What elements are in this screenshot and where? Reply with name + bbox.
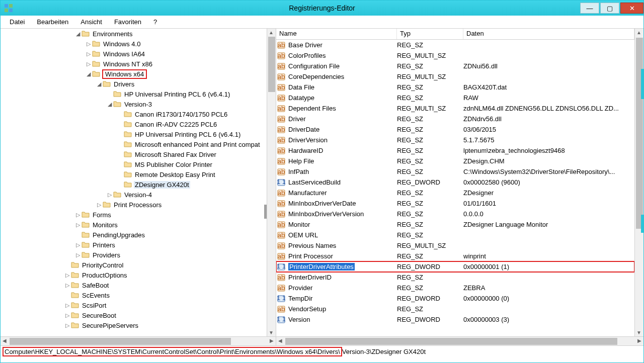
maximize-button[interactable]: ▢ — [600, 3, 619, 14]
expand-icon[interactable]: ▷ — [74, 252, 82, 258]
list-row[interactable]: abOEM URLREG_SZ — [276, 230, 634, 240]
list-row[interactable]: abConfiguration FileREG_SZZDNui56.dll — [276, 61, 634, 71]
expand-icon[interactable]: ▷ — [85, 51, 92, 57]
values-list[interactable]: Name Typ Daten abBase DriverREG_SZabColo… — [276, 29, 634, 336]
expand-icon[interactable]: ▷ — [64, 302, 71, 309]
tree-node-label[interactable]: Drivers — [113, 80, 135, 88]
list-row[interactable]: abDriverVersionREG_SZ5.1.7.5675 — [276, 135, 634, 145]
tree-node[interactable]: ▷Windows IA64 — [1, 49, 267, 59]
list-row[interactable]: abInfPathREG_SZC:\Windows\System32\Drive… — [276, 166, 634, 177]
menu-file[interactable]: Datei — [5, 17, 30, 27]
minimize-button[interactable]: — — [580, 3, 599, 14]
tree-node[interactable]: ▷Windows NT x86 — [1, 59, 267, 69]
menu-view[interactable]: Ansicht — [75, 17, 107, 27]
list-row[interactable]: abPrint ProcessorREG_SZwinprint — [276, 251, 634, 261]
list-row[interactable]: abDatatypeREG_SZRAW — [276, 93, 634, 103]
list-row[interactable]: abHardwareIDREG_SZlptenum\zebra_technolo… — [276, 145, 634, 156]
tree-node-label[interactable]: HP Universal Printing PCL 6 (v6.4.1) — [123, 90, 231, 98]
tree-node[interactable]: PriorityControl — [1, 260, 267, 270]
scrollbar-thumb[interactable] — [636, 38, 643, 229]
tree-node[interactable]: ◢Environments — [1, 29, 267, 39]
tree-node[interactable]: ▷Forms — [1, 210, 267, 220]
list-row[interactable]: 011 110TempDirREG_DWORD0x00000000 (0) — [276, 293, 634, 304]
list-row[interactable]: abMinInboxDriverVerDateREG_SZ01/01/1601 — [276, 198, 634, 209]
list-row[interactable]: abProviderREG_SZZEBRA — [276, 283, 634, 293]
scroll-left-icon[interactable]: ◀ — [3, 338, 7, 343]
expand-icon[interactable]: ◢ — [74, 31, 82, 37]
tree-node[interactable]: ◢Drivers — [1, 79, 267, 89]
expand-icon[interactable]: ▷ — [106, 192, 113, 198]
list-row[interactable]: abCoreDependenciesREG_MULTI_SZ — [276, 71, 634, 82]
scroll-left-icon[interactable]: ◀ — [278, 338, 282, 343]
tree-node[interactable]: ▷Monitors — [1, 220, 267, 230]
tree-node[interactable]: MS Publisher Color Printer — [1, 159, 267, 169]
tree-node[interactable]: Microsoft enhanced Point and Print compa… — [1, 139, 267, 149]
expand-icon[interactable]: ▷ — [96, 202, 103, 208]
tree-node-label[interactable]: Printers — [92, 241, 116, 249]
list-horizontal-scrollbar[interactable]: ◀ ▶ — [276, 336, 643, 345]
tree-node-label[interactable]: Canon iR1730/1740/1750 PCL6 — [134, 111, 228, 118]
column-data[interactable]: Daten — [463, 29, 634, 39]
list-vertical-scrollbar[interactable] — [634, 29, 643, 336]
list-row[interactable]: 011 110VersionREG_DWORD0x00000003 (3) — [276, 314, 634, 325]
list-row[interactable]: abVendorSetupREG_SZ — [276, 304, 634, 314]
tree-node-label[interactable]: Version-4 — [123, 191, 153, 199]
tree-horizontal-scrollbar[interactable]: ◀ ▶ — [1, 336, 276, 345]
tree-node[interactable]: Remote Desktop Easy Print — [1, 169, 267, 179]
menu-favorites[interactable]: Favoriten — [109, 17, 146, 27]
tree-node[interactable]: ▷Providers — [1, 250, 267, 260]
tree-node-label[interactable]: PriorityControl — [81, 261, 124, 269]
expand-icon[interactable]: ▷ — [85, 61, 92, 67]
expand-icon[interactable]: ▷ — [64, 272, 71, 279]
tree-node-label[interactable]: SecurePipeServers — [81, 322, 139, 329]
tree-node[interactable]: ▷SecureBoot — [1, 310, 267, 320]
tree-node-label[interactable]: Microsoft Shared Fax Driver — [134, 151, 217, 158]
tree-node-label[interactable]: Canon iR-ADV C2225 PCL6 — [134, 121, 218, 128]
list-row[interactable]: 011 110LastServicedBuildREG_DWORD0x00002… — [276, 177, 634, 188]
tree-vertical-scrollbar[interactable] — [267, 29, 276, 336]
tree-node-label[interactable]: ZDesigner GX420t — [134, 181, 190, 189]
tree-node-label[interactable]: Microsoft enhanced Point and Print compa… — [134, 141, 261, 148]
expand-icon[interactable]: ▷ — [74, 242, 82, 248]
expand-icon[interactable]: ▷ — [74, 222, 82, 228]
tree-node-label[interactable]: Environments — [92, 30, 133, 38]
tree-node-label[interactable]: Windows IA64 — [102, 50, 146, 58]
expand-icon[interactable]: ◢ — [106, 101, 113, 108]
list-row[interactable]: abHelp FileREG_SZZDesign.CHM — [276, 156, 634, 166]
list-row[interactable]: abMonitorREG_SZZDesigner Language Monito… — [276, 219, 634, 230]
list-row[interactable]: abPrinterDriverIDREG_SZ — [276, 272, 634, 283]
list-row[interactable]: abDependent FilesREG_MULTI_SZzdnNLM64.dl… — [276, 103, 634, 114]
expand-icon[interactable]: ▷ — [74, 212, 82, 218]
tree-node-label[interactable]: MS Publisher Color Printer — [134, 161, 213, 168]
scrollbar-thumb[interactable] — [10, 338, 231, 345]
tree-node[interactable]: Microsoft Shared Fax Driver — [1, 149, 267, 159]
list-row[interactable]: abDriverREG_SZZDNdrv56.dll — [276, 114, 634, 124]
scroll-right-icon[interactable]: ▶ — [637, 338, 641, 343]
list-row[interactable]: abDriverDateREG_SZ03/06/2015 — [276, 124, 634, 135]
tree-node[interactable]: ▷SecurePipeServers — [1, 320, 267, 330]
tree-node-label[interactable]: SecureBoot — [81, 312, 117, 319]
list-row[interactable]: abBase DriverREG_SZ — [276, 40, 634, 50]
list-row[interactable]: abColorProfilesREG_MULTI_SZ — [276, 50, 634, 61]
scrollbar-thumb[interactable] — [285, 338, 617, 345]
column-name[interactable]: Name — [276, 29, 397, 39]
scrollbar-thumb[interactable] — [268, 37, 275, 92]
tree-node-label[interactable]: Windows 4.0 — [102, 40, 141, 48]
tree-node-label[interactable]: SafeBoot — [81, 282, 110, 289]
tree-node[interactable]: ▷Print Processors — [1, 200, 267, 210]
expand-icon[interactable]: ▷ — [85, 41, 92, 47]
column-type[interactable]: Typ — [397, 29, 463, 39]
tree-node-label[interactable]: Print Processors — [113, 201, 163, 209]
tree-node-label[interactable]: Forms — [92, 211, 112, 219]
tree-node[interactable]: ▷ProductOptions — [1, 270, 267, 280]
tree-node-label[interactable]: Windows x64 — [102, 69, 147, 79]
list-row[interactable]: abMinInboxDriverVerVersionREG_SZ0.0.0.0 — [276, 209, 634, 219]
menu-help[interactable]: ? — [148, 17, 162, 27]
tree-node[interactable]: ◢Windows x64 — [1, 69, 267, 79]
tree-node-label[interactable]: Remote Desktop Easy Print — [134, 171, 216, 178]
expand-icon[interactable]: ◢ — [85, 71, 92, 77]
tree-node[interactable]: PendingUpgrades — [1, 230, 267, 240]
tree-node-label[interactable]: HP Universal Printing PCL 6 (v6.4.1) — [134, 131, 242, 138]
tree-node-label[interactable]: Monitors — [92, 221, 119, 229]
list-row[interactable]: abManufacturerREG_SZZDesigner — [276, 188, 634, 198]
